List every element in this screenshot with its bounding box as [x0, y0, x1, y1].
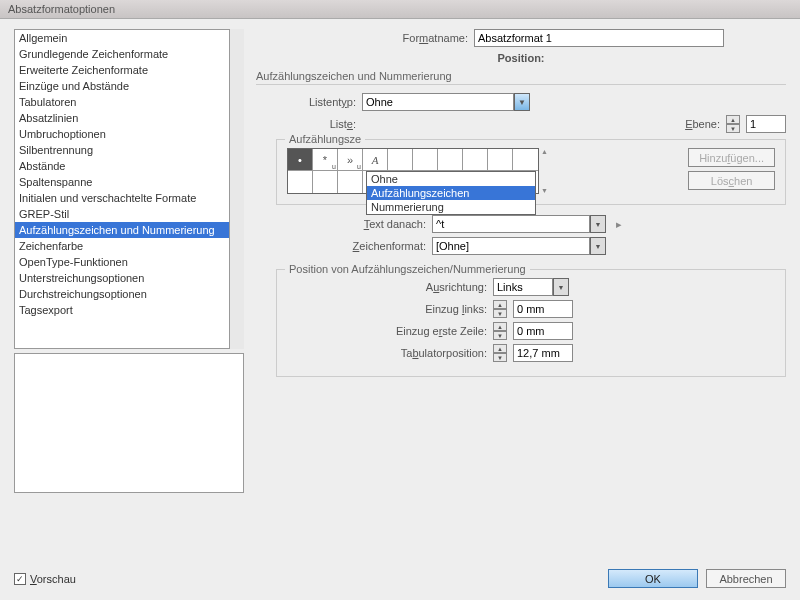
- sidebar-item[interactable]: Tabulatoren: [15, 94, 229, 110]
- glyph-cell[interactable]: [438, 149, 463, 171]
- chevron-down-icon[interactable]: ▼: [514, 93, 530, 111]
- align-label: Ausrichtung:: [287, 281, 487, 293]
- dropdown-option[interactable]: Nummerierung: [367, 200, 535, 214]
- preview-label: Vorschau: [30, 573, 76, 585]
- chevron-down-icon[interactable]: ▼: [553, 278, 569, 296]
- category-list[interactable]: AllgemeinGrundlegende ZeichenformateErwe…: [14, 29, 230, 349]
- section-title: Aufzählungszeichen und Nummerierung: [256, 70, 786, 85]
- sidebar-item[interactable]: Zeichenfarbe: [15, 238, 229, 254]
- sidebar-item[interactable]: Umbruchoptionen: [15, 126, 229, 142]
- delete-button[interactable]: Löschen: [688, 171, 775, 190]
- right-panel: Formatname: Position: Aufzählungszeichen…: [256, 29, 786, 561]
- indent-left-label: Einzug links:: [287, 303, 487, 315]
- position-label: Position:: [256, 51, 786, 66]
- formatname-input[interactable]: [474, 29, 724, 47]
- chevron-down-icon[interactable]: ▼: [590, 215, 606, 233]
- glyph-cell[interactable]: [388, 149, 413, 171]
- liste-label: Liste:: [276, 118, 356, 130]
- flyout-icon[interactable]: ▸: [612, 218, 622, 231]
- sidebar-item[interactable]: Abstände: [15, 158, 229, 174]
- glyph-legend: Aufzählungsze: [285, 133, 365, 145]
- preview-box: [14, 353, 244, 493]
- glyph-cell[interactable]: [313, 171, 338, 193]
- glyph-cell[interactable]: [513, 149, 538, 171]
- dialog-absatzformatoptionen: Absatzformatoptionen AllgemeinGrundlegen…: [0, 0, 800, 600]
- sidebar-item[interactable]: Spaltenspanne: [15, 174, 229, 190]
- glyph-cell[interactable]: A: [363, 149, 388, 171]
- dropdown-option[interactable]: Aufzählungszeichen: [367, 186, 535, 200]
- indent-left-stepper[interactable]: ▲▼: [493, 300, 507, 318]
- glyph-down-arrow[interactable]: ▼: [541, 187, 548, 194]
- sidebar-item[interactable]: OpenType-Funktionen: [15, 254, 229, 270]
- sidebar-item[interactable]: Initialen und verschachtelte Formate: [15, 190, 229, 206]
- checkbox-icon: ✓: [14, 573, 26, 585]
- cancel-button[interactable]: Abbrechen: [706, 569, 786, 588]
- tabpos-stepper[interactable]: ▲▼: [493, 344, 507, 362]
- listentyp-dropdown[interactable]: [362, 93, 514, 111]
- sidebar-item[interactable]: Absatzlinien: [15, 110, 229, 126]
- glyph-cell[interactable]: •: [288, 149, 313, 171]
- glyph-cell[interactable]: [488, 149, 513, 171]
- charfmt-label: Zeichenformat:: [276, 240, 426, 252]
- glyph-cell[interactable]: [413, 149, 438, 171]
- position-legend: Position von Aufzählungszeichen/Nummerie…: [285, 263, 530, 275]
- left-column: AllgemeinGrundlegende ZeichenformateErwe…: [14, 29, 244, 561]
- sidebar-item[interactable]: Allgemein: [15, 30, 229, 46]
- sidebar-item[interactable]: Tagsexport: [15, 302, 229, 318]
- sidebar-item[interactable]: Grundlegende Zeichenformate: [15, 46, 229, 62]
- charfmt-dropdown[interactable]: [432, 237, 590, 255]
- glyph-cell[interactable]: [338, 171, 363, 193]
- position-fieldset: Position von Aufzählungszeichen/Nummerie…: [276, 269, 786, 377]
- text-after-input[interactable]: [432, 215, 590, 233]
- sidebar-item[interactable]: GREP-Stil: [15, 206, 229, 222]
- formatname-label: Formatname:: [318, 32, 468, 44]
- listentyp-options[interactable]: OhneAufzählungszeichenNummerierung: [366, 171, 536, 215]
- first-line-input[interactable]: [513, 322, 573, 340]
- first-line-stepper[interactable]: ▲▼: [493, 322, 507, 340]
- dialog-footer: ✓ Vorschau OK Abbrechen: [0, 561, 800, 600]
- scrollbar[interactable]: [230, 29, 244, 349]
- listentyp-label: Listentyp:: [276, 96, 356, 108]
- ebene-input[interactable]: [746, 115, 786, 133]
- glyph-cell[interactable]: *u: [313, 149, 338, 171]
- titlebar: Absatzformatoptionen: [0, 0, 800, 19]
- tabpos-label: Tabulatorposition:: [287, 347, 487, 359]
- dialog-body: AllgemeinGrundlegende ZeichenformateErwe…: [0, 19, 800, 561]
- tabpos-input[interactable]: [513, 344, 573, 362]
- chevron-down-icon[interactable]: ▼: [590, 237, 606, 255]
- align-dropdown[interactable]: [493, 278, 553, 296]
- sidebar-item[interactable]: Unterstreichungsoptionen: [15, 270, 229, 286]
- sidebar-item[interactable]: Einzüge und Abstände: [15, 78, 229, 94]
- ok-button[interactable]: OK: [608, 569, 698, 588]
- preview-checkbox[interactable]: ✓ Vorschau: [14, 573, 76, 585]
- add-button[interactable]: Hinzufügen...: [688, 148, 775, 167]
- sidebar-item[interactable]: Durchstreichungsoptionen: [15, 286, 229, 302]
- sidebar-item[interactable]: Aufzählungszeichen und Nummerierung: [15, 222, 229, 238]
- dropdown-option[interactable]: Ohne: [367, 172, 535, 186]
- ebene-stepper[interactable]: ▲▼: [726, 115, 740, 133]
- glyph-up-arrow[interactable]: ▲: [541, 148, 548, 155]
- glyph-cell[interactable]: »u: [338, 149, 363, 171]
- ebene-label: Ebene:: [685, 118, 720, 130]
- first-line-label: Einzug erste Zeile:: [287, 325, 487, 337]
- sidebar-item[interactable]: Erweiterte Zeichenformate: [15, 62, 229, 78]
- glyph-cell[interactable]: [288, 171, 313, 193]
- sidebar-item[interactable]: Silbentrennung: [15, 142, 229, 158]
- indent-left-input[interactable]: [513, 300, 573, 318]
- glyph-cell[interactable]: [463, 149, 488, 171]
- text-after-label: Text danach:: [276, 218, 426, 230]
